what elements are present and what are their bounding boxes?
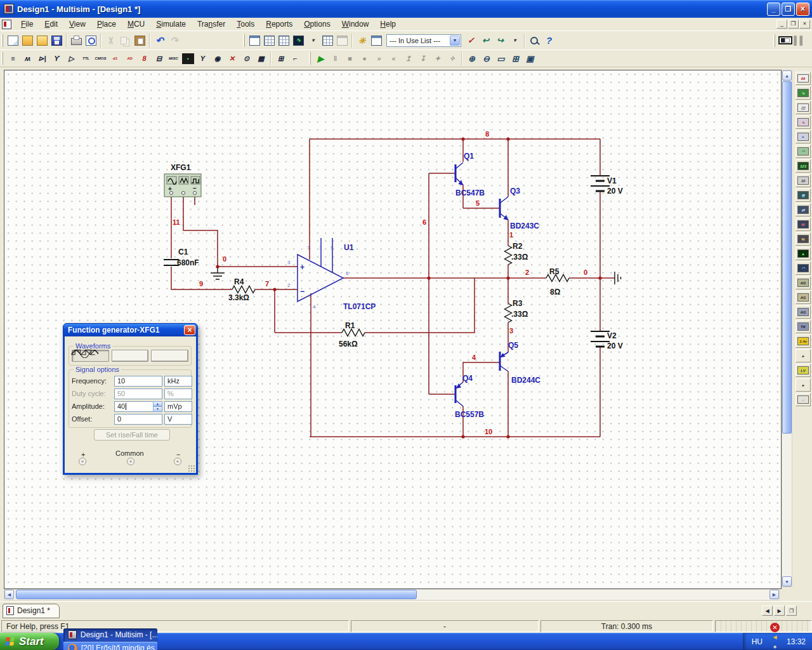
scroll-up-icon[interactable]: ▲ (782, 70, 792, 81)
database-view-button[interactable] (277, 33, 291, 48)
logic-analyzer-button[interactable]: ≣ (796, 189, 811, 202)
copy-button[interactable] (118, 33, 133, 48)
menu-mcu[interactable]: MCU (122, 18, 150, 30)
bode-plotter-button[interactable]: ◠ (796, 145, 811, 158)
toolbar-grip[interactable] (773, 34, 775, 47)
offset-input[interactable]: 0 (114, 414, 162, 425)
find-button[interactable] (527, 33, 542, 48)
create-component-button[interactable]: ✳ (355, 33, 369, 48)
mdi-minimize-button[interactable]: _ (776, 20, 787, 29)
pause-sim-button[interactable]: ▌▌ (792, 33, 807, 48)
group-transistor-button[interactable]: ϒ (49, 51, 64, 66)
group-electromechanical-button[interactable]: ◉ (210, 51, 225, 66)
agilent-multimeter-button[interactable]: AG (796, 291, 811, 304)
erc-check-button[interactable]: ✓ (464, 33, 478, 48)
undo-button[interactable]: ↶ (152, 33, 167, 48)
group-connector-button[interactable]: ⊙ (239, 51, 254, 66)
group-misc-digital-button[interactable]: d1 (108, 51, 122, 66)
sheet-tab-design1[interactable]: Design1 * (3, 604, 60, 618)
dialog-resize-grip[interactable] (188, 465, 195, 472)
group-analog-button[interactable]: ▷ (64, 51, 79, 66)
menu-window[interactable]: Window (336, 18, 375, 30)
passive-components[interactable] (164, 176, 621, 347)
volume-tray-icon[interactable]: ◄ (770, 632, 780, 642)
group-ni-component-button[interactable]: ✕ (225, 51, 239, 66)
tablet-tray-icon[interactable]: ✎ (770, 613, 780, 623)
probe-dropdown-arrow[interactable]: ▸ (796, 349, 811, 362)
group-advanced-peripherals-button[interactable]: ▪ (181, 51, 195, 66)
run-button[interactable]: ▶ (313, 51, 328, 66)
taskbar-task-firefox[interactable]: [20] Erősítő mindig és... (63, 642, 157, 650)
group-basic-button[interactable]: ʍ (20, 51, 35, 66)
amplitude-spinner[interactable]: ▲▼ (153, 401, 162, 412)
measurement-probe-button[interactable]: 1.4v (796, 335, 811, 348)
agilent-function-generator-button[interactable]: AG (796, 276, 811, 289)
four-channel-oscilloscope-button[interactable]: ≈ (796, 130, 811, 143)
forward-annotate-button[interactable]: ↪ (493, 33, 508, 48)
horizontal-scroll-thumb[interactable] (16, 590, 417, 599)
vertical-scroll-thumb[interactable] (782, 81, 792, 434)
toolbar-grip[interactable] (1, 34, 3, 47)
start-button[interactable]: Start (0, 633, 59, 650)
logic-converter-button[interactable]: ⇄ (796, 203, 811, 216)
paste-button[interactable] (133, 33, 147, 48)
mdi-restore-button[interactable]: ❐ (788, 20, 799, 29)
triangle-wave-button[interactable] (112, 350, 149, 362)
common-terminal[interactable] (127, 458, 134, 465)
annotate-dropdown[interactable]: ▾ (508, 33, 522, 48)
group-diode-button[interactable]: ⊳| (35, 51, 49, 66)
tektronix-oscilloscope-button[interactable]: TK (796, 320, 811, 333)
scroll-left-icon[interactable]: ◀ (4, 590, 14, 599)
redo-button[interactable]: ↷ (167, 33, 181, 48)
stop-button[interactable]: ■ (343, 51, 357, 66)
labview-instruments-button[interactable]: LV (796, 364, 811, 377)
menu-place[interactable]: Place (91, 18, 122, 30)
function-generator-button[interactable]: ∿ (796, 86, 811, 100)
scroll-right-icon[interactable]: ▶ (769, 590, 779, 599)
print-preview-button[interactable] (84, 33, 98, 48)
open-button[interactable] (20, 33, 35, 48)
vertical-scrollbar[interactable]: ▲ ▼ (782, 70, 792, 587)
agilent-oscilloscope-button[interactable]: AG (796, 305, 811, 319)
frequency-input[interactable]: 10 (114, 376, 162, 387)
run-stop-switch[interactable] (778, 33, 792, 48)
oscilloscope-button[interactable]: ∿ (796, 116, 811, 129)
design-toolbox-button[interactable] (247, 33, 262, 48)
step-over-button[interactable]: « (386, 51, 401, 66)
zoom-out-button[interactable]: ⊖ (479, 51, 494, 66)
frequency-unit[interactable]: kHz (164, 376, 192, 387)
menu-view[interactable]: View (63, 18, 91, 30)
mdi-document-icon[interactable] (2, 20, 11, 29)
iv-analyzer-button[interactable]: IV (796, 218, 811, 231)
breakpoint-remove-button[interactable]: ✧ (445, 51, 459, 66)
help-button[interactable]: ? (542, 33, 556, 48)
horizontal-scrollbar[interactable]: ◀ ▶ (4, 589, 780, 600)
menu-reports[interactable]: Reports (260, 18, 298, 30)
menu-tools[interactable]: Tools (231, 18, 260, 30)
group-mcu-button[interactable]: ▦ (254, 51, 268, 66)
new-button[interactable] (6, 33, 20, 48)
security-shield-tray-icon[interactable]: ✕ (770, 623, 780, 632)
step-out-button[interactable]: ↥ (401, 51, 416, 66)
zoom-area-button[interactable]: ▭ (494, 51, 508, 66)
transistor-q5[interactable] (500, 352, 508, 371)
calculator-button[interactable] (320, 33, 335, 48)
toolbar-grip[interactable] (309, 52, 311, 65)
group-cmos-button[interactable]: CMOS (93, 51, 108, 66)
square-wave-button[interactable] (151, 350, 188, 362)
breakpoint-pause-button[interactable]: ✦ (430, 51, 445, 66)
transistor-q1[interactable] (455, 162, 463, 185)
restore-button[interactable]: ❐ (782, 3, 795, 16)
tab-windows-button[interactable]: ❐ (786, 606, 797, 616)
pause-button[interactable]: ‖ (328, 51, 343, 66)
print-button[interactable] (69, 33, 84, 48)
network-analyzer-button[interactable]: ◠ (796, 262, 811, 275)
menu-simulate[interactable]: Simulate (150, 18, 192, 30)
fullscreen-button[interactable]: ▣ (523, 51, 537, 66)
combo-dropdown-icon[interactable]: ▼ (450, 36, 460, 46)
save-button[interactable] (49, 33, 64, 48)
schematic-canvas[interactable]: + − + − (4, 70, 782, 589)
labview-dropdown-arrow[interactable]: ▸ (796, 378, 811, 392)
spreadsheet-view-button[interactable] (262, 33, 277, 48)
transfer-results-button[interactable] (335, 33, 350, 48)
